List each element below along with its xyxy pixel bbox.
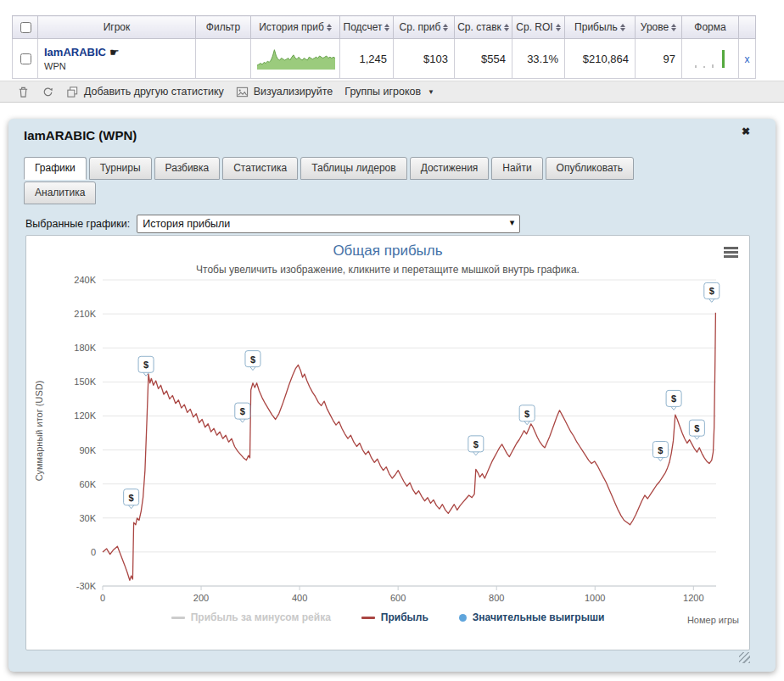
legend-item-significant-wins[interactable]: Значительные выигрыши bbox=[459, 611, 605, 623]
col-header-profit-history[interactable]: История приб bbox=[251, 16, 340, 39]
player-network: WPN bbox=[44, 61, 189, 71]
sort-icon bbox=[556, 24, 561, 31]
svg-text:0: 0 bbox=[100, 593, 105, 603]
table-toolbar: Добавить другую статистику Визуализируйт… bbox=[0, 81, 784, 103]
remove-cell: x bbox=[739, 39, 756, 79]
svg-text:210K: 210K bbox=[74, 309, 96, 319]
avg-profit-cell: $103 bbox=[394, 39, 455, 79]
col-header-player[interactable]: Игрок bbox=[38, 16, 196, 39]
col-header-profit[interactable]: Прибыль bbox=[565, 16, 636, 39]
svg-text:30K: 30K bbox=[79, 513, 96, 523]
svg-text:$: $ bbox=[671, 394, 676, 404]
tab-graphs[interactable]: Графики bbox=[24, 157, 87, 180]
profit-history-cell bbox=[251, 39, 340, 79]
tab-tournaments[interactable]: Турниры bbox=[89, 157, 152, 180]
panel-tabs-row1: Графики Турниры Разбивка Статистика Табл… bbox=[24, 157, 634, 180]
avg-roi-cell: 33.1% bbox=[512, 39, 565, 79]
chart-legend: Прибыль за минусом рейка Прибыль Значите… bbox=[26, 611, 749, 623]
tab-analytics[interactable]: Аналитика bbox=[24, 181, 96, 204]
svg-text:$: $ bbox=[524, 409, 529, 419]
col-header-avg-roi[interactable]: Ср. ROI bbox=[512, 16, 565, 39]
chart-selector-row: Выбранные графики: История прибыли ▾ bbox=[25, 215, 520, 233]
col-header-count[interactable]: Подсчет bbox=[340, 16, 394, 39]
remove-player-link[interactable]: x bbox=[745, 53, 750, 65]
add-statistic-button[interactable]: Добавить другую статистику bbox=[66, 86, 224, 98]
sort-icon bbox=[384, 24, 389, 31]
svg-text:-30K: -30K bbox=[76, 581, 97, 591]
profit-sparkline-chart bbox=[257, 45, 335, 70]
svg-text:60K: 60K bbox=[79, 479, 96, 489]
delete-button[interactable] bbox=[17, 86, 30, 98]
chevron-down-icon: ▼ bbox=[428, 88, 434, 96]
chart-selector-label: Выбранные графики: bbox=[25, 218, 130, 230]
svg-text:$: $ bbox=[658, 445, 663, 455]
sort-icon bbox=[443, 24, 448, 31]
select-all-checkbox[interactable] bbox=[20, 22, 31, 33]
line-swatch-icon bbox=[361, 617, 375, 619]
svg-text:600: 600 bbox=[390, 593, 406, 603]
level-cell: 97 bbox=[636, 39, 682, 79]
tab-statistics[interactable]: Статистика bbox=[222, 157, 298, 180]
svg-text:$: $ bbox=[143, 360, 148, 370]
resize-grip[interactable] bbox=[739, 652, 750, 663]
tab-achievements[interactable]: Достижения bbox=[410, 157, 490, 180]
tab-breakdown[interactable]: Разбивка bbox=[154, 157, 221, 180]
table-row: IamARABIC☛ WPN 1,245 $103 $554 33.1% $21… bbox=[13, 39, 756, 79]
panel-title: IamARABIC (WPN) bbox=[24, 128, 137, 142]
tab-leaderboards[interactable]: Таблицы лидеров bbox=[300, 157, 406, 180]
row-checkbox[interactable] bbox=[20, 53, 31, 64]
table-header-row: Игрок Фильтр История приб Подсчет Ср. пр… bbox=[13, 16, 756, 39]
svg-text:120K: 120K bbox=[74, 410, 96, 421]
sort-icon bbox=[504, 24, 509, 31]
col-header-form[interactable]: Форма bbox=[682, 16, 739, 39]
refresh-icon bbox=[42, 86, 54, 98]
line-swatch-icon bbox=[171, 617, 185, 619]
visualize-button[interactable]: Визуализируйте bbox=[236, 86, 333, 98]
close-icon[interactable]: ✖ bbox=[742, 126, 750, 137]
player-cell: IamARABIC☛ WPN bbox=[38, 39, 196, 79]
sort-icon bbox=[620, 24, 625, 31]
tab-publish[interactable]: Опубликовать bbox=[546, 157, 634, 180]
sort-icon bbox=[327, 24, 332, 31]
col-header-remove bbox=[739, 16, 756, 39]
panel-tabs-row2: Аналитика bbox=[24, 181, 96, 204]
player-stats-table: Игрок Фильтр История приб Подсчет Ср. пр… bbox=[12, 15, 756, 79]
profit-cell: $210,864 bbox=[565, 39, 636, 79]
svg-text:1000: 1000 bbox=[585, 593, 605, 603]
svg-text:90K: 90K bbox=[79, 445, 96, 455]
hand-cursor-icon: ☛ bbox=[109, 46, 120, 59]
filter-cell bbox=[196, 39, 251, 79]
legend-item-profit[interactable]: Прибыль bbox=[361, 611, 428, 623]
refresh-button[interactable] bbox=[42, 86, 54, 98]
col-header-avg-profit[interactable]: Ср. приб bbox=[394, 16, 455, 39]
count-cell: 1,245 bbox=[340, 39, 394, 79]
svg-text:$: $ bbox=[694, 423, 699, 433]
tab-find[interactable]: Найти bbox=[491, 157, 542, 180]
svg-text:400: 400 bbox=[292, 593, 307, 603]
svg-text:$: $ bbox=[709, 286, 714, 296]
svg-text:$: $ bbox=[240, 406, 245, 416]
image-icon bbox=[236, 86, 249, 98]
form-cell bbox=[682, 39, 739, 79]
sort-icon bbox=[671, 24, 676, 31]
add-statistic-icon bbox=[66, 86, 79, 98]
col-header-avg-stake[interactable]: Ср. ставк bbox=[455, 16, 512, 39]
svg-text:$: $ bbox=[250, 354, 255, 365]
profit-chart-container: Общая прибыль Чтобы увеличить изображени… bbox=[25, 235, 750, 650]
svg-text:$: $ bbox=[473, 439, 479, 449]
col-header-filter[interactable]: Фильтр bbox=[196, 16, 251, 39]
svg-text:$: $ bbox=[129, 493, 134, 503]
svg-text:800: 800 bbox=[489, 593, 504, 603]
svg-text:240K: 240K bbox=[74, 275, 96, 285]
col-header-level[interactable]: Урове bbox=[636, 16, 682, 39]
chart-type-select[interactable]: История прибыли bbox=[137, 215, 520, 233]
player-detail-panel: IamARABIC (WPN) ✖ Графики Турниры Разбив… bbox=[8, 119, 776, 672]
svg-text:200: 200 bbox=[193, 593, 209, 603]
legend-item-profit-minus-rake[interactable]: Прибыль за минусом рейка bbox=[171, 611, 331, 623]
player-groups-button[interactable]: Группы игроков ▼ bbox=[344, 86, 434, 98]
profit-chart-plot[interactable]: 240K210K180K150K120K90K60K30K0-30K020040… bbox=[26, 236, 749, 651]
trash-icon bbox=[17, 86, 30, 98]
svg-text:150K: 150K bbox=[74, 377, 96, 387]
x-axis-title: Номер игры bbox=[687, 615, 739, 625]
player-name[interactable]: IamARABIC bbox=[44, 46, 106, 59]
